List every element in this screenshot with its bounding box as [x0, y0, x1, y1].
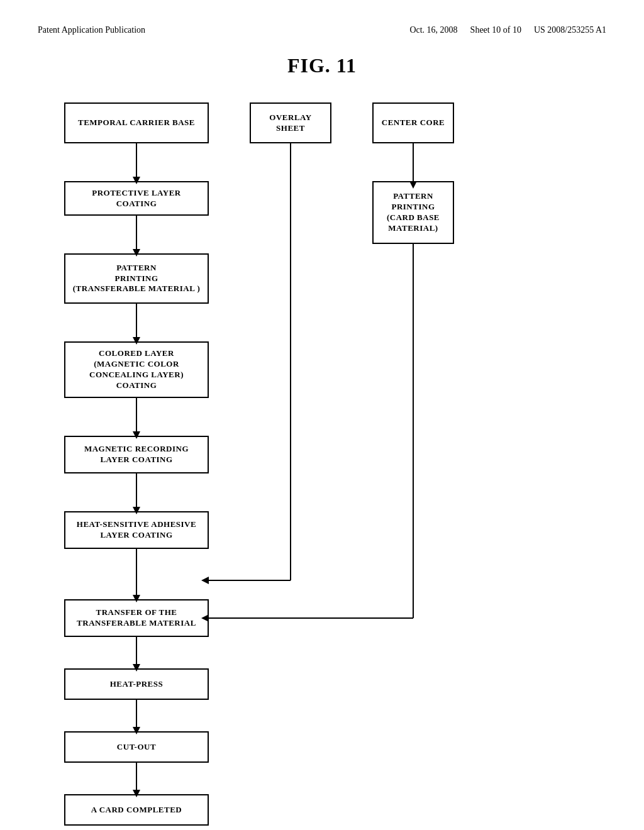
overlay-sheet-label: OVERLAYSHEET	[269, 113, 311, 134]
cut-out-label: CUT-OUT	[117, 742, 156, 753]
header-date: Oct. 16, 2008	[409, 25, 457, 35]
heat-press-box: HEAT-PRESS	[64, 668, 209, 700]
temporal-carrier-base-box: TEMPORAL CARRIER BASE	[64, 102, 209, 143]
cut-out-box: CUT-OUT	[64, 731, 209, 763]
svg-marker-15	[201, 577, 209, 584]
heat-press-label: HEAT-PRESS	[110, 679, 163, 690]
center-core-box: CENTER CORE	[372, 102, 454, 143]
heat-sensitive-box: HEAT-SENSITIVE ADHESIVELAYER COATING	[64, 511, 209, 549]
overlay-sheet-box: OVERLAYSHEET	[250, 102, 331, 143]
magnetic-recording-box: MAGNETIC RECORDINGLAYER COATING	[64, 436, 209, 473]
card-completed-label: A CARD COMPLETED	[91, 805, 182, 816]
pattern-printing-transferable-box: PATTERNPRINTING(TRANSFERABLE MATERIAL )	[64, 253, 209, 304]
colored-layer-box: COLORED LAYER(MAGNETIC COLORCONCEALING L…	[64, 341, 209, 398]
magnetic-recording-label: MAGNETIC RECORDINGLAYER COATING	[84, 444, 189, 465]
header-patent: US 2008/253255 A1	[534, 25, 606, 35]
temporal-carrier-base-label: TEMPORAL CARRIER BASE	[78, 118, 195, 128]
protective-layer-label: PROTECTIVE LAYER COATING	[72, 188, 201, 209]
pattern-printing-card-label: PATTERNPRINTING(CARD BASEMATERIAL)	[387, 191, 440, 234]
pattern-printing-card-box: PATTERNPRINTING(CARD BASEMATERIAL)	[372, 181, 454, 244]
heat-sensitive-label: HEAT-SENSITIVE ADHESIVELAYER COATING	[77, 519, 196, 541]
center-core-label: CENTER CORE	[382, 118, 445, 128]
colored-layer-label: COLORED LAYER(MAGNETIC COLORCONCEALING L…	[89, 348, 184, 391]
header: Patent Application Publication Oct. 16, …	[38, 25, 606, 35]
transfer-box: TRANSFER OF THETRANSFERABLE MATERIAL	[64, 599, 209, 637]
pattern-printing-transferable-label: PATTERNPRINTING(TRANSFERABLE MATERIAL )	[73, 263, 200, 295]
protective-layer-box: PROTECTIVE LAYER COATING	[64, 181, 209, 216]
card-completed-box: A CARD COMPLETED	[64, 794, 209, 826]
transfer-label: TRANSFER OF THETRANSFERABLE MATERIAL	[77, 607, 196, 629]
header-right: Oct. 16, 2008 Sheet 10 of 10 US 2008/253…	[409, 25, 606, 35]
header-publication-label: Patent Application Publication	[38, 25, 145, 35]
header-sheet: Sheet 10 of 10	[470, 25, 521, 35]
figure-title: FIG. 11	[38, 54, 606, 77]
diagram-container: TEMPORAL CARRIER BASE OVERLAYSHEET CENTE…	[64, 102, 580, 763]
page: Patent Application Publication Oct. 16, …	[0, 0, 644, 830]
header-left: Patent Application Publication	[38, 25, 145, 35]
